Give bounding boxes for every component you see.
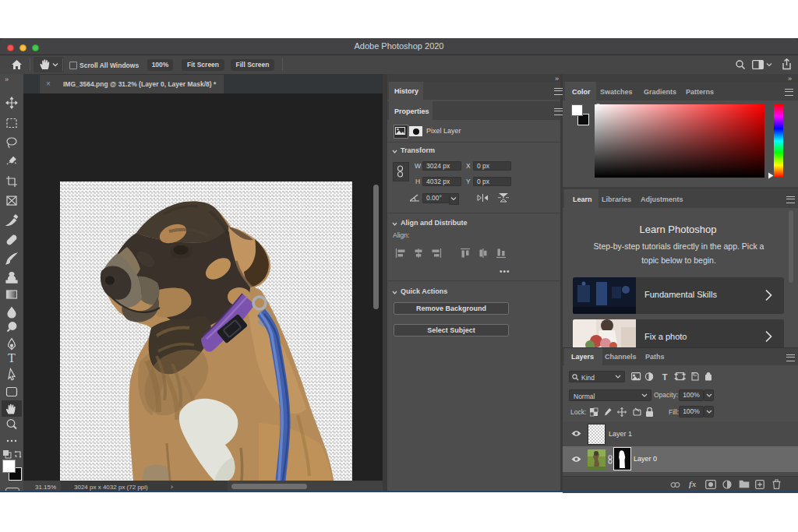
svg-text:T: T	[662, 372, 668, 381]
svg-text:T: T	[8, 351, 16, 365]
